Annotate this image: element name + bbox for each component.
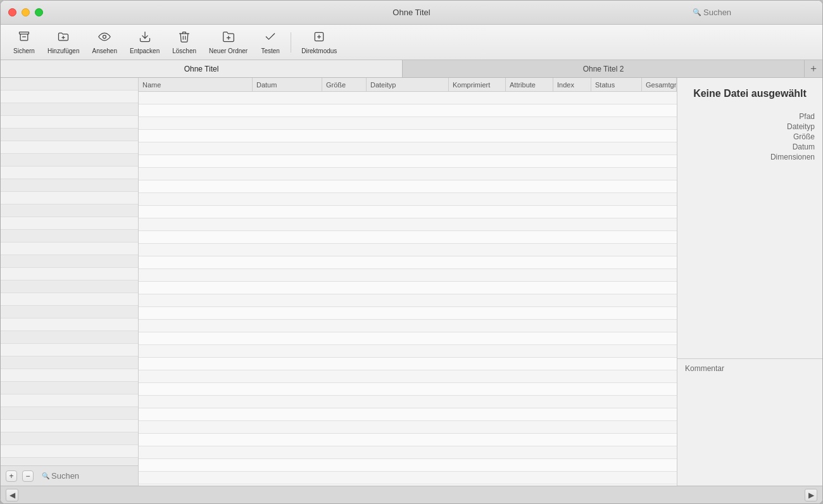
sidebar-row[interactable]	[1, 369, 138, 382]
sidebar-row[interactable]	[1, 103, 138, 116]
sidebar-search-wrapper: 🔍	[39, 470, 133, 482]
toolbar-neuer-ordner[interactable]: Neuer Ordner	[204, 28, 253, 57]
search-input[interactable]	[688, 6, 815, 19]
sidebar-row[interactable]	[1, 331, 138, 344]
minimize-button[interactable]	[22, 8, 30, 16]
toolbar-loeschen[interactable]: Löschen	[167, 28, 201, 57]
table-row[interactable]	[139, 358, 677, 370]
svg-rect-0	[19, 32, 28, 34]
table-row[interactable]	[139, 155, 677, 168]
sidebar-row[interactable]	[1, 230, 138, 243]
table-row[interactable]	[139, 180, 677, 193]
toolbar-ansehen[interactable]: Ansehen	[87, 28, 122, 57]
toolbar-sichern[interactable]: Sichern	[8, 28, 40, 57]
sidebar-row[interactable]	[1, 154, 138, 167]
table-row[interactable]	[139, 434, 677, 446]
table-row[interactable]	[139, 193, 677, 206]
table-row[interactable]	[139, 472, 677, 484]
sidebar-row[interactable]	[1, 78, 138, 91]
sidebar-row[interactable]	[1, 280, 138, 293]
sidebar-row[interactable]	[1, 356, 138, 369]
sidebar-remove-button[interactable]: −	[22, 470, 34, 482]
col-header-grosse[interactable]: Größe	[322, 78, 367, 91]
sidebar-row[interactable]	[1, 318, 138, 331]
table-row[interactable]	[139, 345, 677, 358]
table-row[interactable]	[139, 459, 677, 472]
table-row[interactable]	[139, 421, 677, 434]
nav-left-button[interactable]: ◀	[6, 489, 18, 501]
col-header-datum[interactable]: Datum	[253, 78, 322, 91]
toolbar-direktmodus[interactable]: Direktmodus	[296, 28, 342, 57]
col-header-komprimiert[interactable]: Komprimiert	[449, 78, 506, 91]
nav-right-button[interactable]: ▶	[805, 489, 817, 501]
table-row[interactable]	[139, 408, 677, 421]
table-row[interactable]	[139, 117, 677, 130]
sidebar-row[interactable]	[1, 167, 138, 179]
sidebar-row[interactable]	[1, 205, 138, 217]
sidebar-row[interactable]	[1, 141, 138, 154]
sidebar-row[interactable]	[1, 293, 138, 306]
sidebar-row[interactable]	[1, 382, 138, 394]
sidebar-row[interactable]	[1, 255, 138, 268]
table-row[interactable]	[139, 332, 677, 345]
col-header-status[interactable]: Status	[591, 78, 642, 91]
toolbar-entpacken[interactable]: Entpacken	[125, 28, 165, 57]
toolbar-hinzufuegen[interactable]: Hinzufügen	[42, 28, 85, 57]
tab-add-button[interactable]: ＋	[805, 60, 822, 77]
table-row[interactable]	[139, 307, 677, 320]
sidebar-row[interactable]	[1, 116, 138, 129]
table-row[interactable]	[139, 206, 677, 218]
table-row[interactable]	[139, 256, 677, 269]
table-row[interactable]	[139, 269, 677, 282]
table-row[interactable]	[139, 92, 677, 104]
loeschen-label: Löschen	[172, 47, 196, 54]
sidebar-row[interactable]	[1, 407, 138, 420]
sidebar-search-input[interactable]	[39, 470, 133, 482]
toolbar-testen[interactable]: Testen	[255, 28, 286, 57]
titlebar-search-area: 🔍	[688, 6, 815, 19]
table-row[interactable]	[139, 370, 677, 383]
table-row[interactable]	[139, 294, 677, 307]
table-row[interactable]	[139, 383, 677, 396]
table-row[interactable]	[139, 168, 677, 180]
sidebar-row[interactable]	[1, 268, 138, 280]
col-header-name[interactable]: Name	[139, 78, 253, 91]
sidebar-row[interactable]	[1, 458, 138, 465]
table-row[interactable]	[139, 396, 677, 408]
hinzufuegen-label: Hinzufügen	[47, 47, 80, 54]
col-header-index[interactable]: Index	[553, 78, 591, 91]
table-row[interactable]	[139, 218, 677, 231]
sidebar-row[interactable]	[1, 394, 138, 407]
sidebar-row[interactable]	[1, 91, 138, 103]
column-headers: Name Datum Größe Dateityp Komprimiert At…	[139, 78, 677, 92]
sidebar-row[interactable]	[1, 420, 138, 432]
tab1-label: Ohne Titel	[184, 65, 219, 73]
col-header-attribute[interactable]: Attribute	[506, 78, 553, 91]
table-row[interactable]	[139, 231, 677, 244]
table-row[interactable]	[139, 282, 677, 294]
sidebar-row[interactable]	[1, 192, 138, 205]
table-row[interactable]	[139, 104, 677, 117]
sidebar-row[interactable]	[1, 217, 138, 230]
sidebar-add-button[interactable]: +	[6, 470, 17, 482]
close-button[interactable]	[8, 8, 16, 16]
tab-ohne-titel-1[interactable]: Ohne Titel	[1, 60, 403, 77]
col-header-gesamtgrosse[interactable]: Gesamtgröße	[642, 78, 677, 91]
toolbar: Sichern Hinzufügen Ansehen	[1, 25, 822, 60]
hinzufuegen-icon	[57, 30, 70, 46]
sidebar-row[interactable]	[1, 445, 138, 458]
sidebar-row[interactable]	[1, 432, 138, 445]
col-header-dateityp[interactable]: Dateityp	[367, 78, 449, 91]
sidebar-row[interactable]	[1, 129, 138, 141]
maximize-button[interactable]	[35, 8, 43, 16]
table-row[interactable]	[139, 320, 677, 332]
tab-ohne-titel-2[interactable]: Ohne Titel 2	[403, 60, 805, 77]
table-row[interactable]	[139, 446, 677, 459]
table-row[interactable]	[139, 142, 677, 155]
sidebar-row[interactable]	[1, 344, 138, 356]
table-row[interactable]	[139, 244, 677, 256]
sidebar-row[interactable]	[1, 306, 138, 318]
sidebar-row[interactable]	[1, 179, 138, 192]
table-row[interactable]	[139, 130, 677, 142]
sidebar-row[interactable]	[1, 243, 138, 255]
